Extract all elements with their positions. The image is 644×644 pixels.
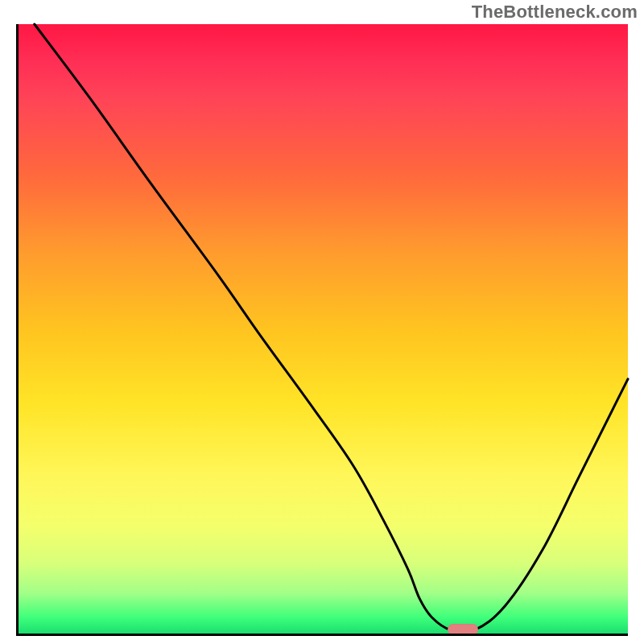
y-axis xyxy=(16,24,19,636)
x-axis xyxy=(16,634,628,636)
plot-area xyxy=(16,24,628,636)
bottleneck-curve xyxy=(16,24,628,636)
watermark-text: TheBottleneck.com xyxy=(472,2,638,23)
chart-container: TheBottleneck.com xyxy=(0,0,644,644)
